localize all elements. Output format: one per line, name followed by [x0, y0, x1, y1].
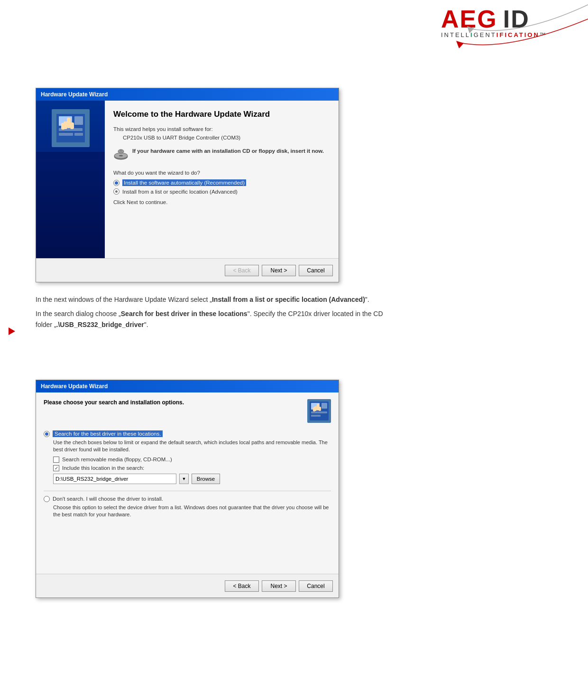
wizard2-sub-text: Use the chech boxes below to limit or ex…	[53, 439, 331, 454]
svg-rect-23	[311, 415, 321, 417]
wizard1-cd-notice: If your hardware came with an installati…	[113, 147, 330, 163]
wizard1-device: CP210x USB to UART Bridge Controller (CO…	[123, 135, 330, 140]
wizard1-title: Welcome to the Hardware Update Wizard	[113, 109, 330, 120]
svg-rect-11	[61, 123, 65, 130]
radio-dont-search[interactable]	[44, 496, 50, 502]
wizard1-content: Welcome to the Hardware Update Wizard Th…	[105, 101, 339, 258]
wizard1-body: Welcome to the Hardware Update Wizard Th…	[36, 101, 339, 258]
wizard2-titlebar: Hardware Update Wizard	[36, 380, 339, 392]
wizard1-click-next: Click Next to continue.	[113, 199, 330, 205]
divider	[44, 491, 331, 491]
radio-search-locations[interactable]	[44, 431, 50, 437]
svg-rect-5	[74, 116, 83, 125]
wizard2-icon	[307, 399, 331, 423]
decorative-curves	[422, 0, 588, 95]
wizard2-option1-radio[interactable]: Search for the best driver in these loca…	[44, 430, 331, 437]
instruction-paragraph-1: In the next windows of the Hardware Upda…	[36, 294, 396, 305]
checkbox-include-location[interactable]	[53, 465, 59, 471]
wizard2-path-row: ▼ Browse	[53, 474, 331, 484]
radio-list-install[interactable]	[113, 188, 119, 195]
hardware-icon	[52, 109, 90, 147]
radio-auto-install[interactable]	[113, 180, 119, 186]
svg-rect-12	[70, 122, 74, 129]
wizard-dialog-1: Hardware Update Wizard	[36, 88, 339, 282]
browse-button[interactable]: Browse	[192, 474, 220, 484]
wizard2-checkbox1-row: Search removable media (floppy, CD-ROM..…	[53, 457, 331, 463]
instruction-text: In the next windows of the Hardware Upda…	[36, 294, 396, 334]
checkbox-removable-media[interactable]	[53, 457, 59, 463]
wizard2-title: Please choose your search and installati…	[44, 399, 184, 406]
wizard2-back-button[interactable]: < Back	[225, 580, 259, 592]
wizard2-option2-sub: Choose this option to select the device …	[53, 504, 331, 519]
wizard1-desc: This wizard helps you install software f…	[113, 126, 330, 132]
wizard2-option2-radio[interactable]: Don't search. I will choose the driver t…	[44, 496, 331, 502]
svg-point-15	[119, 155, 123, 157]
wizard1-sidebar	[36, 101, 105, 258]
svg-rect-21	[322, 403, 327, 409]
wizard2-option1-group: Search for the best driver in these loca…	[44, 430, 331, 484]
path-dropdown-arrow[interactable]: ▼	[179, 474, 189, 484]
path-input[interactable]	[53, 474, 176, 484]
wizard1-titlebar: Hardware Update Wizard	[36, 88, 339, 101]
wizard2-footer: < Back Next > Cancel	[36, 574, 339, 597]
svg-rect-9	[67, 118, 71, 128]
svg-rect-7	[59, 133, 73, 136]
wizard1-back-button[interactable]: < Back	[225, 265, 259, 276]
svg-marker-0	[467, 26, 474, 33]
wizard1-cd-text: If your hardware came with an installati…	[132, 147, 324, 155]
wizard2-option2-group: Don't search. I will choose the driver t…	[44, 496, 331, 519]
wizard2-cancel-button[interactable]: Cancel	[299, 580, 333, 592]
instruction-paragraph-2: In the search dialog choose „Search for …	[36, 308, 396, 330]
wizard1-question: What do you want the wizard to do?	[113, 170, 330, 176]
svg-rect-27	[319, 407, 321, 411]
wizard-dialog-2: Hardware Update Wizard Please choose you…	[36, 380, 339, 598]
wizard1-cancel-button[interactable]: Cancel	[299, 265, 333, 276]
svg-rect-22	[311, 411, 327, 413]
wizard1-next-button[interactable]: Next >	[262, 265, 296, 276]
wizard2-next-button[interactable]: Next >	[262, 580, 296, 592]
wizard1-option2[interactable]: Install from a list or specific location…	[113, 188, 330, 195]
section-arrow-1	[9, 327, 15, 335]
svg-rect-26	[313, 407, 315, 411]
wizard1-footer: < Back Next > Cancel	[36, 258, 339, 282]
svg-rect-8	[74, 133, 83, 136]
svg-marker-1	[456, 41, 464, 48]
wizard1-option1[interactable]: Install the software automatically (Reco…	[113, 179, 330, 186]
wizard2-body: Please choose your search and installati…	[36, 392, 339, 574]
cd-icon	[113, 148, 129, 163]
wizard2-checkbox2-row: Include this location in the search:	[53, 465, 331, 471]
